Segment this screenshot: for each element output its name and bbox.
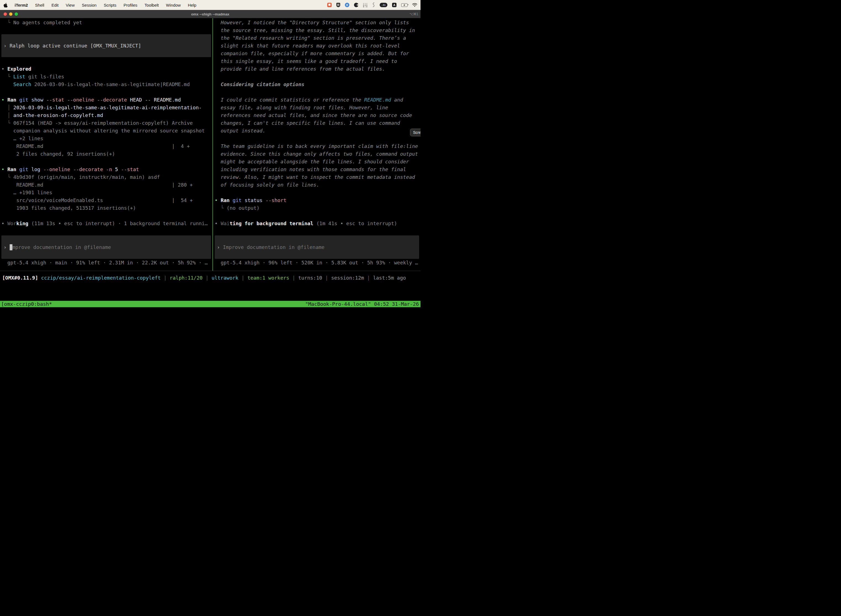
menu-item-view[interactable]: View — [66, 3, 75, 7]
left-pane-line: companion analysis without altering the … — [1, 127, 212, 135]
text-segment: --decorate — [94, 97, 127, 103]
text-segment: --short — [262, 197, 286, 203]
menu-item-profiles[interactable]: Profiles — [124, 3, 138, 7]
text-segment: Ran — [7, 166, 16, 172]
text-segment: … +2 lines — [1, 135, 43, 141]
text-segment: 4b9d30f (origin/main, instructkr/main, m… — [13, 174, 160, 180]
text-segment — [230, 197, 233, 203]
left-pane-line: README.md | 280 + — [1, 181, 212, 189]
text-segment: The team guideline is to back every impo… — [215, 143, 418, 149]
text-segment: --oneline — [40, 166, 70, 172]
dots-grid-icon[interactable] — [363, 3, 368, 7]
text-segment: 067f154 (HEAD -> essay/ai-reimplementati… — [13, 120, 193, 126]
text-segment: Wor — [7, 220, 16, 226]
text-segment: 2026-03-09-is-legal-the-same-as-legitima… — [31, 81, 189, 87]
right-pane-line: • Ran git status --short — [215, 197, 420, 204]
spacer — [215, 227, 420, 235]
menu-left: iTerm2ShellEditViewSessionScriptsProfile… — [3, 3, 196, 7]
window-shortcut: ⌥⌘1 — [409, 10, 418, 18]
text-segment: ting for background terminal — [230, 220, 313, 226]
menu-item-toolbelt[interactable]: Toolbelt — [145, 3, 159, 7]
text-segment: 1903 files changed, 513517 insertions(+) — [1, 205, 136, 211]
text-segment: --oneline — [64, 97, 94, 103]
menu-item-shell[interactable]: Shell — [35, 3, 44, 7]
menu-item-window[interactable]: Window — [166, 3, 181, 7]
right-pane-line: └ (no output) — [215, 204, 420, 212]
input-source-icon[interactable]: A — [392, 3, 397, 7]
shield-icon[interactable] — [336, 3, 340, 7]
right-pane-line: companion file, especially if more comme… — [215, 50, 420, 57]
spacer — [215, 73, 420, 81]
right-pane-line: Considering citation options — [215, 81, 420, 88]
text-segment: of focusing solely on file lines. — [215, 182, 319, 188]
text-segment: | — [364, 275, 373, 281]
left-pane-prompt-input[interactable]: › Ralph loop active continue [OMX_TMUX_I… — [1, 34, 211, 57]
text-segment: Considering citation options — [215, 81, 304, 87]
right-pane-line: essay file, along with finding root file… — [215, 104, 420, 111]
text-segment: │ — [1, 105, 13, 110]
text-segment: the "Related research writing" section i… — [215, 35, 406, 41]
text-segment: king — [16, 220, 28, 226]
screen: { "menu_bar": { "items": ["iTerm2", "She… — [0, 0, 420, 308]
left-pane-line: └ 067f154 (HEAD -> essay/ai-reimplementa… — [1, 119, 212, 127]
apple-menu-icon[interactable] — [3, 3, 7, 7]
text-segment: and-the-erosion-of-copyleft.md — [13, 112, 103, 118]
chat-icon[interactable] — [327, 3, 332, 7]
text-segment: | — [161, 275, 170, 281]
menu-item-help[interactable]: Help — [188, 3, 196, 7]
text-segment: Ralph loop active continue [OMX_TMUX_INJ… — [10, 43, 141, 48]
blue-badge-icon[interactable] — [345, 3, 349, 7]
wifi-icon[interactable] — [412, 3, 417, 7]
text-segment: show — [28, 97, 43, 103]
text-segment: (1m 41s • esc to interrupt) — [314, 220, 397, 226]
menu-items: iTerm2ShellEditViewSessionScriptsProfile… — [15, 3, 196, 7]
media-icon[interactable] — [354, 3, 358, 7]
right-pane-line: output instead. — [215, 127, 420, 135]
left-pane-line: • Ran git show --stat --oneline --decora… — [1, 96, 212, 104]
text-segment: README.md | 280 + — [1, 182, 193, 188]
battery-percent-badge[interactable]: ..61 — [379, 3, 387, 7]
right-pane-line: provide file and line references from th… — [215, 65, 420, 73]
text-segment: changes, I can't cite specific file line… — [215, 120, 400, 126]
text-segment: Ran — [221, 197, 230, 203]
text-segment — [16, 166, 19, 172]
text-segment: List — [13, 74, 25, 79]
text-segment: the source tree, missing the essay. Stil… — [215, 27, 415, 33]
right-pane-prompt-input[interactable]: › Improve documentation in @filename — [215, 235, 419, 259]
right-pane-line: I could cite commit statistics or refere… — [215, 96, 420, 104]
menu-item-session[interactable]: Session — [82, 3, 97, 7]
spacer — [215, 88, 420, 96]
menu-item-scripts[interactable]: Scripts — [104, 3, 116, 7]
spacer — [1, 26, 212, 34]
window-title-bar[interactable]: omx --xhigh --madmax ⌥⌘1 — [0, 10, 420, 18]
left-pane-line: │ and-the-erosion-of-copyleft.md — [1, 111, 212, 119]
text-segment: slight risk that future readers may over… — [215, 43, 400, 48]
battery-icon[interactable] — [401, 3, 407, 7]
terminal-pane-right[interactable]: However, I noticed the "Directory Struct… — [213, 18, 420, 271]
text-segment: 2026-03-09-is-legal-the-same-as-legitima… — [13, 105, 202, 110]
text-segment: including verification notes with those … — [215, 166, 406, 172]
prompt-chevron-icon: › — [4, 244, 10, 250]
text-segment: this single essay, it seems like a good … — [215, 58, 397, 64]
right-pane-line: changes, I can't cite specific file line… — [215, 119, 420, 127]
right-pane-line: gpt-5.4 xhigh · 96% left · 520K in · 5.8… — [215, 259, 420, 267]
spacer — [1, 212, 212, 220]
right-pane-line: evidence. Since this change only affects… — [215, 150, 420, 158]
terminal-pane-left[interactable]: └ No agents completed yet› Ralph loop ac… — [0, 18, 212, 271]
menu-item-iterm2[interactable]: iTerm2 — [15, 3, 28, 7]
left-pane-prompt-input[interactable]: › mprove documentation in @filename — [1, 235, 211, 259]
right-pane-line: However, I noticed the "Directory Struct… — [215, 19, 420, 26]
text-segment: ultrawork — [212, 275, 239, 281]
squiggle-icon[interactable] — [372, 3, 375, 7]
text-segment: Ran — [7, 97, 16, 103]
menu-item-edit[interactable]: Edit — [51, 3, 59, 7]
spacer — [1, 88, 212, 96]
text-segment: --stat — [43, 97, 64, 103]
text-segment: No agents completed yet — [13, 20, 82, 25]
text-segment: -- — [142, 97, 151, 103]
text-segment: mprove documentation in @filename — [12, 244, 111, 250]
right-pane-line: this single essay, it seems like a good … — [215, 57, 420, 65]
tmux-session-label: [omx-cczip0:bash* — [1, 301, 52, 307]
text-cursor — [10, 244, 12, 250]
text-segment: output instead. — [215, 128, 265, 133]
